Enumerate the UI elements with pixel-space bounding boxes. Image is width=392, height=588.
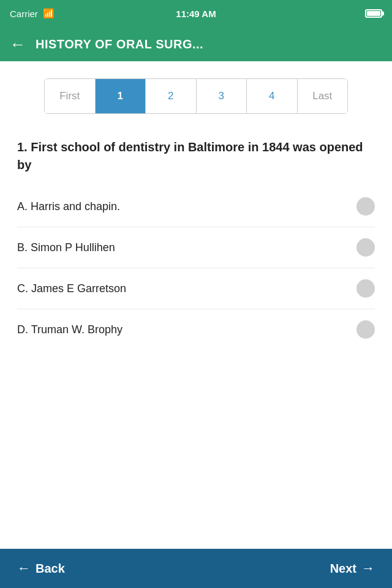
option-b-label: B. Simon P Hullihen <box>17 241 349 254</box>
option-a-row[interactable]: A. Harris and chapin. <box>17 186 375 227</box>
option-c-row[interactable]: C. James E Garretson <box>17 268 375 309</box>
next-label: Next <box>330 562 356 576</box>
page-3-button[interactable]: 3 <box>197 79 247 113</box>
next-button[interactable]: Next → <box>330 560 375 576</box>
page-1-button[interactable]: 1 <box>96 79 146 113</box>
option-d-row[interactable]: D. Truman W. Brophy <box>17 309 375 350</box>
header: ← HISTORY OF ORAL SURG... <box>0 27 392 61</box>
header-back-button[interactable]: ← <box>10 36 26 52</box>
status-bar-right <box>365 9 382 18</box>
option-a-radio[interactable] <box>356 197 375 216</box>
back-button[interactable]: ← Back <box>17 560 65 576</box>
next-arrow-icon: → <box>361 560 375 576</box>
page-4-button[interactable]: 4 <box>247 79 298 113</box>
status-bar-left: Carrier 📶 <box>10 8 55 19</box>
pagination: First 1 2 3 4 Last <box>44 78 348 114</box>
bottom-nav: ← Back Next → <box>0 549 392 588</box>
page-2-button[interactable]: 2 <box>146 79 197 113</box>
status-bar-time: 11:49 AM <box>176 9 216 19</box>
option-b-radio[interactable] <box>356 238 375 257</box>
option-d-label: D. Truman W. Brophy <box>17 323 349 336</box>
options-section: A. Harris and chapin. B. Simon P Hullihe… <box>0 180 392 350</box>
option-b-row[interactable]: B. Simon P Hullihen <box>17 227 375 268</box>
question-text: 1. First school of dentistry in Baltimor… <box>17 138 375 174</box>
page-last-button[interactable]: Last <box>298 79 348 113</box>
option-d-radio[interactable] <box>356 320 375 339</box>
option-c-label: C. James E Garretson <box>17 282 349 295</box>
page-first-button[interactable]: First <box>45 79 96 113</box>
header-title: HISTORY OF ORAL SURG... <box>36 37 203 51</box>
status-bar: Carrier 📶 11:49 AM <box>0 0 392 27</box>
option-c-radio[interactable] <box>356 279 375 298</box>
option-a-label: A. Harris and chapin. <box>17 200 349 213</box>
question-section: 1. First school of dentistry in Baltimor… <box>0 126 392 180</box>
wifi-icon: 📶 <box>43 8 55 19</box>
back-arrow-icon: ← <box>17 560 31 576</box>
back-label: Back <box>36 562 65 576</box>
carrier-label: Carrier <box>10 9 38 19</box>
battery-icon <box>365 9 382 18</box>
